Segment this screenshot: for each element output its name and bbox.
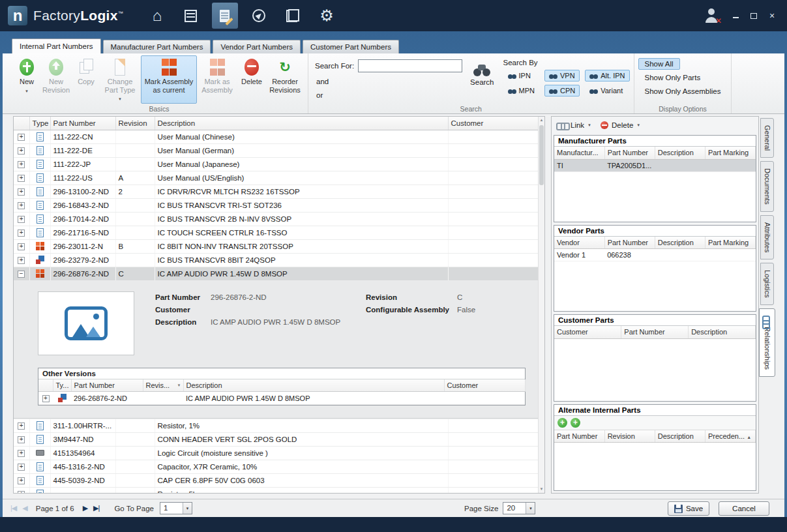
side-tab[interactable]: Documents bbox=[760, 161, 774, 212]
production-nav-button[interactable] bbox=[178, 3, 204, 29]
search-filter-button[interactable]: Variant bbox=[585, 85, 627, 96]
next-page-button[interactable]: ▶ bbox=[83, 504, 87, 512]
part-editor-nav-button[interactable] bbox=[212, 3, 238, 29]
description-column-header[interactable]: Description bbox=[655, 237, 705, 249]
search-button[interactable]: Search bbox=[470, 65, 494, 86]
part-number-column-header[interactable]: Part Number bbox=[50, 117, 115, 130]
part-row[interactable]: 296-26876-2-ND C IC AMP AUDIO PWR 1.45W … bbox=[14, 267, 538, 280]
description-column-header[interactable]: Description bbox=[183, 379, 444, 392]
copy-button[interactable]: Copy bbox=[73, 55, 99, 104]
description-column-header[interactable]: Description bbox=[689, 326, 756, 338]
scrollbar-thumb[interactable] bbox=[539, 125, 544, 185]
first-page-button[interactable]: |◀ bbox=[10, 504, 16, 512]
change-part-type-button[interactable]: Change Part Type ▼ bbox=[99, 55, 141, 106]
search-filter-button[interactable]: IPN bbox=[503, 70, 535, 81]
customer-column-header[interactable]: Customer bbox=[554, 326, 621, 338]
part-row[interactable]: 111-222-CN User Manual (Chinese) bbox=[14, 130, 538, 143]
part-number-column-header[interactable]: Part Number bbox=[621, 326, 689, 338]
expand-icon[interactable] bbox=[18, 134, 25, 141]
vertical-scrollbar[interactable]: ▲ ▼ bbox=[538, 117, 544, 493]
part-row[interactable]: 445-5039-2-ND CAP CER 6.8PF 50V C0G 0603 bbox=[14, 473, 538, 487]
side-tab[interactable]: Logistics bbox=[760, 263, 774, 305]
expand-icon[interactable] bbox=[18, 491, 25, 494]
expand-icon[interactable] bbox=[18, 188, 25, 196]
part-row[interactable]: 296-17014-2-ND IC BUS TRANSCVR 2B N-INV … bbox=[14, 212, 538, 226]
expand-icon[interactable] bbox=[18, 271, 25, 278]
description-column-header[interactable]: Description bbox=[155, 117, 448, 130]
last-page-button[interactable]: ▶| bbox=[93, 504, 99, 512]
part-row[interactable]: 445-1316-2-ND Capacitor, X7R Ceramic, 10… bbox=[14, 460, 538, 473]
precedence-column-header[interactable]: Preceden...▲ bbox=[705, 430, 755, 443]
filter-dropdown-icon[interactable]: ▼ bbox=[177, 383, 181, 387]
search-filter-button[interactable]: Alt. IPN bbox=[585, 70, 629, 81]
part-row[interactable]: 111-222-JP User Manual (Japanese) bbox=[14, 157, 538, 171]
part-row[interactable]: 296-13100-2-ND 2 IC DRVR/RCVR MLTCH RS23… bbox=[14, 185, 538, 198]
description-column-header[interactable]: Description bbox=[655, 430, 705, 443]
page-size-select[interactable]: 20 ▼ bbox=[503, 502, 535, 514]
prev-page-button[interactable]: ◀ bbox=[22, 504, 27, 512]
part-number-column-header[interactable]: Part Number bbox=[604, 237, 655, 249]
expand-icon[interactable] bbox=[18, 436, 25, 443]
main-tab[interactable]: Internal Part Numbers bbox=[12, 38, 101, 53]
part-number-column-header[interactable]: Part Number bbox=[604, 147, 655, 159]
search-filter-button[interactable]: CPN bbox=[544, 85, 580, 96]
part-row[interactable]: 296-23011-2-N B IC 8BIT NON-INV TRANSLTR… bbox=[14, 239, 538, 253]
customer-column-header[interactable]: Customer bbox=[448, 117, 538, 130]
new-revision-button[interactable]: New Revision bbox=[39, 55, 73, 104]
customer-column-header[interactable]: Customer bbox=[444, 379, 525, 392]
new-button[interactable]: New ▼ bbox=[14, 55, 39, 104]
user-offline-icon[interactable]: ✕ bbox=[704, 8, 719, 23]
documents-nav-button[interactable] bbox=[280, 3, 306, 29]
display-option-button[interactable]: Show All bbox=[638, 58, 680, 70]
main-tab[interactable]: Vendor Part Numbers bbox=[213, 40, 301, 53]
expand-icon[interactable] bbox=[18, 243, 25, 250]
part-marking-column-header[interactable]: Part Marking bbox=[705, 147, 755, 159]
expand-icon[interactable] bbox=[42, 395, 50, 402]
add-alternate-group-button[interactable] bbox=[571, 418, 580, 428]
expand-icon[interactable] bbox=[18, 175, 25, 182]
expand-icon[interactable] bbox=[18, 229, 25, 237]
vendor-column-header[interactable]: Vendor bbox=[554, 237, 604, 249]
link-button[interactable]: Link ▼ bbox=[556, 121, 591, 129]
expand-icon[interactable] bbox=[18, 477, 25, 484]
revision-column-header[interactable]: Revis...▼ bbox=[143, 379, 183, 392]
display-option-button[interactable]: Show Only Assemblies bbox=[638, 85, 728, 97]
manufacturer-part-row[interactable]: TI TPA2005D1... bbox=[554, 159, 756, 171]
part-row[interactable]: 311-1.00HRTR-... Resistor, 1% bbox=[14, 419, 538, 432]
description-column-header[interactable]: Description bbox=[655, 147, 705, 159]
home-nav-button[interactable]: ⌂ bbox=[144, 3, 170, 29]
expand-icon[interactable] bbox=[18, 257, 25, 264]
side-tab[interactable]: Relationships bbox=[759, 308, 775, 377]
part-row[interactable]: 296-16843-2-ND IC BUS TRANSCVR TRI-ST SO… bbox=[14, 198, 538, 212]
navigator-nav-button[interactable] bbox=[246, 3, 272, 29]
part-row[interactable]: 296-23279-2-ND IC BUS TRANSCVR 8BIT 24QS… bbox=[14, 253, 538, 267]
expand-icon[interactable] bbox=[18, 147, 25, 155]
scroll-down-icon[interactable]: ▼ bbox=[539, 486, 544, 493]
minimize-button[interactable] bbox=[731, 11, 740, 20]
goto-page-select[interactable]: 1 ▼ bbox=[160, 502, 192, 514]
part-row[interactable]: 3M9447-ND CONN HEADER VERT SGL 2POS GOLD bbox=[14, 432, 538, 446]
vendor-part-row[interactable]: Vendor 1 066238 bbox=[554, 249, 756, 261]
expand-icon[interactable] bbox=[18, 202, 25, 209]
display-option-button[interactable]: Show Only Parts bbox=[638, 72, 707, 83]
revision-column-header[interactable]: Revision bbox=[115, 117, 155, 130]
reorder-revisions-button[interactable]: ↻ Reorder Revisions bbox=[266, 55, 304, 104]
manufacturer-column-header[interactable]: Manufactur... bbox=[554, 147, 604, 159]
part-row[interactable]: 111-222-DE User Manual (German) bbox=[14, 143, 538, 157]
main-tab[interactable]: Manufacturer Part Numbers bbox=[103, 40, 211, 53]
part-row[interactable]: 296-21716-5-ND IC TOUCH SCREEN CTRLR 16-… bbox=[14, 226, 538, 239]
part-row[interactable]: 4151354964 Logic Circuit (moisture sensi… bbox=[14, 446, 538, 460]
search-filter-button[interactable]: MPN bbox=[503, 85, 539, 96]
part-number-column-header[interactable]: Part Number bbox=[554, 430, 604, 443]
part-number-column-header[interactable]: Part Number bbox=[71, 379, 143, 392]
type-column-header[interactable]: Ty... bbox=[53, 379, 71, 392]
expand-icon[interactable] bbox=[18, 161, 25, 168]
close-button[interactable]: × bbox=[767, 11, 777, 20]
revision-column-header[interactable]: Revision bbox=[604, 430, 655, 443]
part-image-placeholder[interactable] bbox=[38, 291, 134, 355]
settings-nav-button[interactable]: ⚙ bbox=[314, 3, 340, 29]
main-tab[interactable]: Customer Part Numbers bbox=[303, 40, 399, 53]
side-tab[interactable]: General bbox=[760, 118, 774, 158]
type-column-header[interactable]: Type bbox=[29, 117, 50, 130]
mark-as-assembly-button[interactable]: Mark as Assembly bbox=[197, 55, 237, 104]
